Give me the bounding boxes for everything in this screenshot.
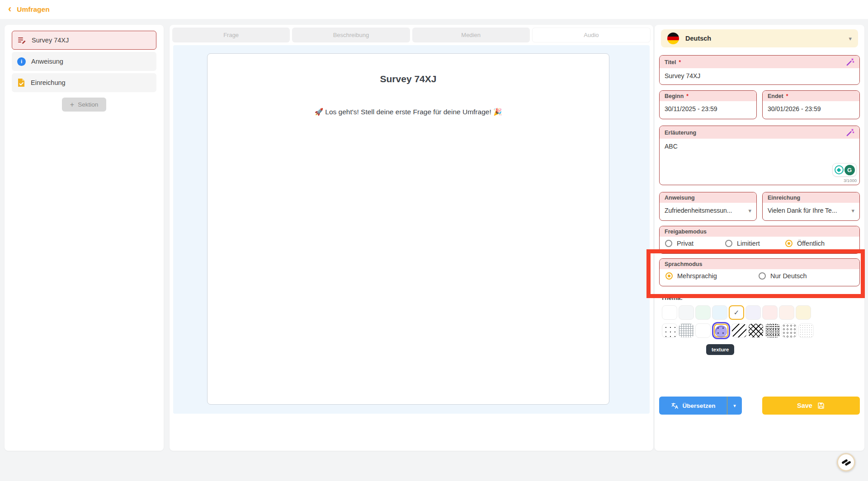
erlaeuterung-textarea[interactable]: ABC G 3/1000 [660, 139, 859, 184]
beginn-value[interactable]: 30/11/2025 - 23:59 [660, 101, 756, 117]
sprachmodus-field: Sprachmodus Mehrsprachig Nur Deutsch [659, 258, 860, 286]
assistant-floating-button[interactable] [837, 453, 855, 472]
freigabemodus-options: Privat Limitiert Öffentlich [660, 237, 859, 253]
theme-color-swatch-selected[interactable]: ✓ [729, 305, 744, 320]
anweisung-label: Anweisung [665, 195, 695, 201]
endet-field: Endet * 30/01/2026 - 23:59 [762, 90, 860, 119]
erlaeuterung-value: ABC [665, 143, 678, 150]
theme-color-swatch[interactable] [662, 305, 677, 320]
sidebar-item-einreichung[interactable]: Einreichung [12, 73, 156, 92]
radio-circle [759, 272, 766, 280]
translate-label: Übersetzen [683, 402, 716, 409]
theme-color-swatch[interactable] [779, 305, 794, 320]
document-check-icon [17, 78, 25, 87]
sidebar-item-anweisung[interactable]: Anweisung [12, 52, 156, 71]
preview-empty-message: 🚀 Los geht's! Stell deine erste Frage fü… [208, 108, 609, 116]
texture-swatch-noise[interactable] [798, 323, 814, 338]
anweisung-field: Anweisung Zufriedenheitsmessun... ▾ [659, 192, 757, 221]
beginn-field: Beginn * 30/11/2025 - 23:59 [659, 90, 757, 119]
thema-label: Thema: [661, 294, 683, 301]
translate-button-group: Übersetzen ▾ [659, 397, 742, 415]
sidebar-item-label: Anweisung [31, 58, 63, 65]
einreichung-value: Vielen Dank für Ihre Te... [768, 207, 851, 214]
freigabemodus-field-header: Freigabemodus [660, 226, 859, 237]
endet-label: Endet [768, 93, 783, 99]
endet-field-header: Endet * [763, 91, 859, 101]
einreichung-field-header: Einreichung [763, 192, 859, 203]
texture-swatch-plain[interactable] [695, 323, 711, 338]
grammarly-icon: G [844, 165, 855, 175]
chevron-down-icon: ▾ [748, 207, 751, 214]
grammarly-widget[interactable]: G [832, 163, 857, 177]
radio-mehrsprachig[interactable]: Mehrsprachig [665, 272, 717, 280]
logo-icon [840, 457, 852, 468]
magic-wand-icon[interactable] [846, 58, 854, 66]
german-flag-icon [667, 33, 679, 44]
radio-privat[interactable]: Privat [665, 240, 693, 247]
save-button[interactable]: Save [762, 397, 860, 415]
titel-input[interactable] [660, 68, 859, 84]
texture-swatch-grid[interactable] [679, 323, 694, 338]
sidebar-item-label: Survey 74XJ [32, 37, 69, 44]
radio-label: Nur Deutsch [770, 272, 807, 280]
einreichung-dropdown[interactable]: Vielen Dank für Ihre Te... ▾ [763, 203, 859, 218]
breadcrumb-umfragen: Umfragen [17, 5, 49, 14]
translate-icon [671, 402, 679, 410]
add-section-button[interactable]: + Sektion [62, 98, 106, 112]
erlaeuterung-field-header: Erläuterung [660, 126, 859, 139]
anweisung-dropdown[interactable]: Zufriedenheitsmessun... ▾ [660, 203, 756, 218]
texture-swatch-selected[interactable] [712, 322, 730, 339]
freigabemodus-field: Freigabemodus Privat Limitiert Öffentlic… [659, 226, 860, 254]
language-select[interactable]: Deutsch ▾ [661, 29, 858, 47]
texture-swatch-diagonal[interactable] [731, 323, 747, 338]
radio-oeffentlich[interactable]: Öffentlich [785, 240, 825, 247]
translate-button[interactable]: Übersetzen [659, 397, 727, 415]
einreichung-label: Einreichung [768, 195, 800, 201]
required-asterisk: * [679, 59, 681, 65]
back-breadcrumb[interactable]: ‹ Umfragen [8, 5, 50, 14]
texture-tooltip: texture [706, 344, 734, 355]
beginn-label: Beginn [665, 93, 684, 99]
theme-color-swatch[interactable] [762, 305, 778, 320]
sidebar-item-survey[interactable]: Survey 74XJ [12, 31, 156, 50]
radio-limitiert[interactable]: Limitiert [725, 240, 760, 247]
theme-color-row: ✓ [662, 305, 811, 320]
radio-circle [725, 240, 732, 247]
radio-circle-selected [665, 272, 673, 280]
beginn-field-header: Beginn * [660, 91, 756, 101]
top-bar: ‹ Umfragen [0, 0, 868, 19]
endet-value[interactable]: 30/01/2026 - 23:59 [763, 101, 859, 117]
chevron-left-icon: ‹ [8, 4, 11, 14]
theme-color-swatch[interactable] [796, 305, 811, 320]
required-asterisk: * [686, 93, 689, 99]
tab-frage[interactable]: Frage [172, 28, 290, 42]
sprachmodus-options: Mehrsprachig Nur Deutsch [660, 269, 859, 285]
theme-color-swatch[interactable] [695, 305, 711, 320]
radio-nur-deutsch[interactable]: Nur Deutsch [759, 272, 807, 280]
survey-preview-card: Survey 74XJ 🚀 Los geht's! Stell deine er… [207, 53, 609, 405]
tab-beschreibung[interactable]: Beschreibung [292, 28, 410, 42]
texture-pattern [714, 324, 728, 337]
add-section-label: Sektion [78, 101, 98, 108]
survey-edit-icon [18, 36, 26, 45]
question-editor: Frage Beschreibung Medien Audio Survey 7… [170, 25, 653, 451]
texture-swatch-speckle[interactable] [765, 323, 780, 338]
magic-wand-icon[interactable] [846, 128, 854, 137]
anweisung-value: Zufriedenheitsmessun... [665, 207, 748, 214]
preview-survey-title: Survey 74XJ [208, 74, 609, 84]
plus-icon: + [70, 101, 74, 109]
translate-dropdown-button[interactable]: ▾ [727, 397, 742, 415]
tab-audio[interactable]: Audio [532, 28, 651, 42]
texture-swatch-diamond[interactable] [748, 323, 764, 338]
texture-swatch-dots-x[interactable] [662, 323, 677, 338]
titel-field: Titel * [659, 55, 860, 85]
theme-color-swatch[interactable] [712, 305, 727, 320]
theme-color-swatch[interactable] [679, 305, 694, 320]
tab-medien[interactable]: Medien [412, 28, 530, 42]
texture-swatch-ring-grid[interactable] [782, 323, 797, 338]
freigabemodus-label: Freigabemodus [665, 229, 707, 235]
radio-label: Limitiert [737, 240, 760, 247]
theme-color-swatch[interactable] [745, 305, 761, 320]
erlaeuterung-label: Erläuterung [665, 130, 696, 136]
titel-field-header: Titel * [660, 56, 859, 68]
